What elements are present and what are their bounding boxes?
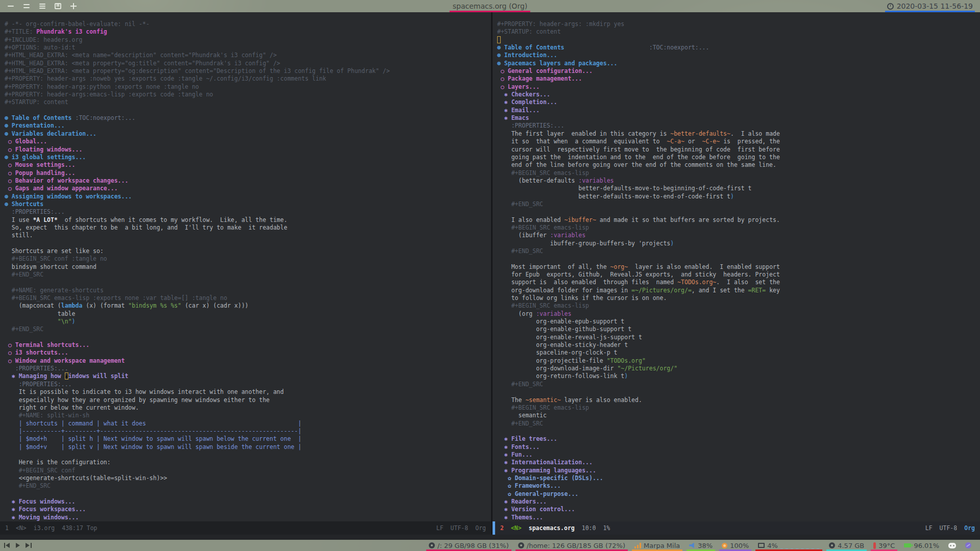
battery-icon	[904, 543, 911, 547]
cursor-position: 438:17 Top	[62, 524, 97, 532]
tray-icon	[965, 542, 971, 548]
buffer-line: semantic	[497, 412, 980, 419]
temperature-module: 39°C	[869, 540, 899, 551]
temperature-value: 39°C	[878, 542, 895, 549]
left-buffer-text[interactable]: # -*- org-confirm-babel-evaluate: nil -*…	[0, 12, 491, 521]
buffer-line: #+HTML_HEAD_EXTRA: <meta property="og:ti…	[5, 60, 491, 67]
workspace-icon-four[interactable]	[55, 3, 61, 9]
buffer-line: #+HTML_HEAD_EXTRA: <meta name="descripti…	[5, 52, 491, 59]
right-buffer-text[interactable]: #+PROPERTY: header-args: :mkdirp yes#+ST…	[493, 12, 980, 521]
buffer-line: going past the indentation and to the en…	[497, 154, 980, 161]
buffer-line: The first layer enabled in this category…	[497, 130, 980, 138]
buffer-line: #+PROPERTY: header-args: :mkdirp yes	[497, 20, 980, 28]
buffer-line: :PROPERTIES:...	[5, 208, 491, 216]
buffer-line: ✱ Themes...	[497, 514, 980, 521]
buffer-line: to follow org links if the cursor is on …	[497, 294, 980, 302]
buffer-line: ✿ General-purpose...	[497, 490, 980, 498]
workspace-icon-three[interactable]	[39, 3, 46, 9]
buffer-line: #+BEGIN_SRC conf	[5, 467, 491, 474]
buffer-line: #+STARTUP: content	[5, 98, 491, 106]
buffer-line	[5, 451, 491, 459]
buffer-line: #+END_SRC	[497, 381, 980, 388]
buffer-line: #+PROPERTY: header-args :noweb yes :expo…	[5, 75, 491, 83]
buffer-line: #+END_SRC	[5, 482, 491, 490]
buffer-line: ✱ Completion...	[497, 98, 980, 106]
buffer-line: ✱ File trees...	[497, 435, 980, 443]
wifi-icon	[634, 543, 641, 548]
buffer-line: :PROPERTIES:...	[497, 122, 980, 130]
buffer-line	[497, 255, 980, 263]
buffer-line: cursor will respectively first move to t…	[497, 146, 980, 154]
window-number: 1	[5, 524, 9, 532]
clock-text: 2020-03-15 11-56-19	[897, 2, 973, 10]
buffer-line: ibuffer-group-buffers-by 'projects)	[497, 240, 980, 247]
buffer-line: :PROPERTIES:...	[5, 365, 491, 372]
buffer-line: ✱ Fun...	[497, 451, 980, 459]
buffer-line: ✱ Focus windows...	[5, 498, 491, 506]
buffer-line: #+PROPERTY: header-args:python :exports …	[5, 83, 491, 91]
workspace-icon-two[interactable]	[23, 3, 30, 9]
buffer-line: still.	[5, 232, 491, 239]
buffer-line: ○ Global...	[5, 138, 491, 145]
buffer-line: Here is the configuration:	[5, 459, 491, 466]
buffer-line: #+BEGIN_SRC emacs-lisp	[497, 302, 980, 310]
buffer-line	[5, 107, 491, 114]
memory-module: 4.57 GB	[824, 540, 869, 551]
left-modeline: 1 <N> i3.org 438:17 Top LF UTF-8 Org	[0, 521, 491, 535]
disk-home-value: /home: 126 GB/185 GB (72%)	[527, 542, 625, 549]
buffer-line: #+BEGIN_SRC conf :tangle no	[5, 255, 491, 263]
previous-track-icon[interactable]	[4, 543, 10, 548]
encoding-indicator: UTF-8	[451, 524, 469, 532]
buffer-line	[5, 279, 491, 286]
buffer-line	[497, 388, 980, 396]
buffer-line: "\n")	[5, 318, 491, 325]
memory-icon	[829, 542, 835, 548]
buffer-line: org-download folder for images in =~/Pic…	[497, 287, 980, 294]
workspace-icon-one[interactable]	[7, 3, 14, 9]
buffer-name: spacemacs.org	[529, 524, 575, 532]
next-track-icon[interactable]	[26, 543, 32, 548]
cpu-value: 4%	[767, 542, 778, 549]
text-cursor: w	[65, 372, 68, 380]
buffer-line: | shortcuts | command | what it does |	[5, 420, 491, 428]
buffer-line: #+NAME: generate-shortcuts	[5, 287, 491, 294]
memory-value: 4.57 GB	[838, 542, 864, 549]
buffer-line: ✱ Fonts...	[497, 443, 980, 451]
window-title-text: spacemacs.org (Org)	[453, 2, 527, 10]
cpu-graph: _ _ _ _ _ _ _ _	[780, 543, 820, 548]
cpu-module: 4%_ _ _ _ _ _ _ _	[753, 540, 824, 551]
major-mode: Org	[964, 524, 975, 532]
buffer-line: end of the line before going over the en…	[497, 161, 980, 169]
buffer-line: (ibuffer :variables	[497, 232, 980, 239]
buffer-line: ✿ Frameworks...	[497, 482, 980, 490]
buffer-line	[497, 36, 980, 44]
volume-icon	[689, 543, 695, 548]
buffer-line: #+NAME: split-win-sh	[5, 412, 491, 419]
battery-value: 96.01%	[914, 542, 939, 549]
buffer-line: ⊛ Shortcuts	[5, 201, 491, 208]
buffer-line: org-enable-reveal-js-support t	[497, 334, 980, 341]
temperature-icon	[873, 542, 876, 549]
focused-window-title: spacemacs.org (Org)	[450, 0, 530, 12]
buffer-line: ⊛ Table of Contents :TOC:noexport:...	[497, 44, 980, 52]
add-workspace-icon[interactable]	[70, 3, 77, 9]
tray-module	[961, 540, 976, 551]
eol-indicator: LF	[436, 524, 444, 532]
play-icon[interactable]	[15, 543, 21, 548]
buffer-line: ⊛ Assigning windows to workspaces...	[5, 193, 491, 201]
buffer-line: ○ Behavior of workspace changes...	[5, 177, 491, 185]
buffer-line: ○ Window and workspace management	[5, 357, 491, 365]
buffer-line: #+PROPERTY: header-args:emacs-lisp :expo…	[5, 91, 491, 98]
disk-root-value: /: 29 GB/98 GB (31%)	[437, 542, 509, 549]
window-number: 2	[500, 524, 504, 532]
buffer-line: #+STARTUP: content	[497, 28, 980, 36]
buffer-line	[5, 490, 491, 498]
buffer-line: #+END_SRC	[5, 325, 491, 333]
buffer-line: ○ Gaps and window appearance...	[5, 185, 491, 192]
bottom-bar: /: 29 GB/98 GB (31%)/home: 126 GB/185 GB…	[0, 540, 980, 551]
buffer-line: ○ Popup handling...	[5, 169, 491, 177]
left-window: # -*- org-confirm-babel-evaluate: nil -*…	[0, 12, 491, 535]
buffer-line: ✱ Managing how windows will split	[5, 372, 491, 380]
buffer-line: ⊛ Spacemacs layers and packages...	[497, 60, 980, 67]
buffer-line: #+END_SRC	[497, 247, 980, 255]
